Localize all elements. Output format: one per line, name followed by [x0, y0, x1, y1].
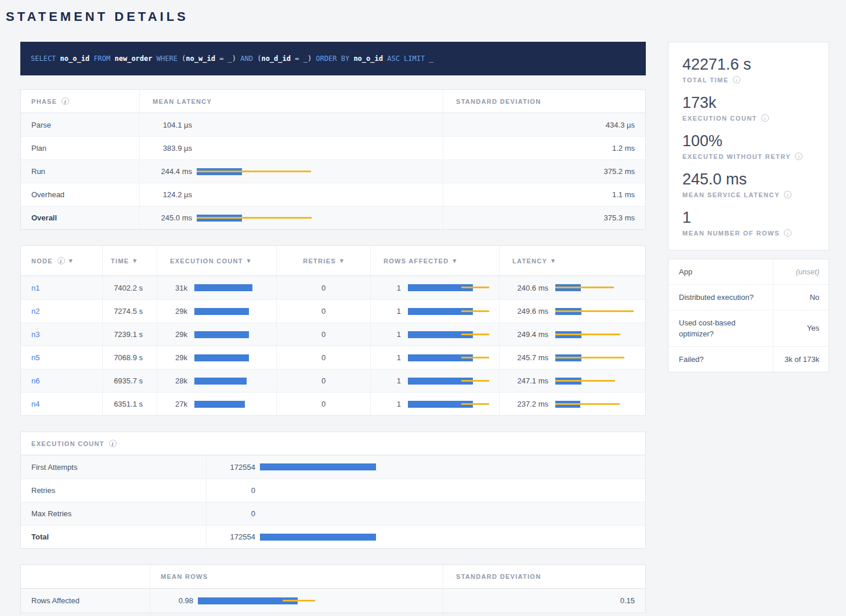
- stddev-whisker: [461, 334, 489, 335]
- retries-cell: 0: [277, 346, 371, 369]
- latency-cell: 247.1 ms: [500, 369, 645, 392]
- summary-stat: 100%EXECUTED WITHOUT RETRYi: [682, 132, 815, 160]
- node-link[interactable]: n1: [31, 284, 39, 292]
- latency-value: 249.4 ms: [507, 330, 548, 339]
- mean-bar: [194, 284, 252, 291]
- summary-stat: 42271.6 sTOTAL TIMEi: [682, 55, 815, 84]
- rows-affected-header-label: ROWS AFFECTED: [384, 258, 449, 264]
- latency-value: 240.6 ms: [507, 284, 548, 292]
- phase-cell: Parse: [21, 113, 140, 136]
- stat-label-text: EXECUTION COUNT: [682, 115, 757, 122]
- mean-latency-cell: 244.4 ms: [140, 160, 443, 183]
- rows-affected-cell: 1: [371, 300, 500, 323]
- node-link[interactable]: n3: [31, 330, 39, 339]
- execution-count-row-bar: [260, 502, 645, 525]
- rows-affected-column-header[interactable]: ROWS AFFECTED ▾: [371, 246, 500, 276]
- mean-latency-cell: 245.0 ms: [140, 206, 443, 229]
- stddev-value: 1.1 ms: [612, 190, 635, 199]
- stat-value: 100%: [682, 132, 815, 151]
- node-cell: n4: [21, 393, 103, 415]
- sql-token: ASC LIMIT: [387, 55, 429, 63]
- stddev-whisker: [555, 403, 620, 405]
- time-value: 7068.9 s: [114, 353, 143, 362]
- rows-affected-value: 1: [378, 307, 401, 316]
- retries-column-header[interactable]: RETRIES ▾: [277, 246, 371, 276]
- stddev-header-label: STANDARD DEVIATION: [456, 573, 541, 580]
- stat-label: MEAN NUMBER OF ROWSi: [682, 229, 815, 237]
- mean-latency-header-label: MEAN LATENCY: [153, 98, 212, 105]
- execution-count-column-header[interactable]: EXECUTION COUNT ▾: [157, 246, 277, 276]
- sql-token: FROM: [93, 55, 114, 63]
- node-column-header[interactable]: NODE i ▾: [21, 246, 103, 276]
- execution-count-row: Max Retries0: [21, 502, 645, 525]
- page-layout: SELECT no_o_id FROM new_order WHERE (no_…: [20, 42, 846, 616]
- stat-label: TOTAL TIMEi: [682, 76, 815, 84]
- node-link[interactable]: n5: [31, 353, 39, 362]
- retries-value: 0: [321, 284, 326, 292]
- info-icon[interactable]: i: [62, 97, 69, 105]
- retries-cell: 0: [277, 393, 371, 415]
- attribute-label: App: [668, 259, 773, 284]
- info-icon[interactable]: i: [733, 76, 740, 84]
- sql-token: = _): [215, 55, 240, 63]
- phase-row: Overall245.0 ms375.3 ms: [21, 206, 645, 229]
- rows-affected-cell: 1: [371, 393, 500, 415]
- stddev-whisker: [555, 380, 615, 382]
- stddev-whisker: [197, 171, 311, 172]
- info-icon[interactable]: i: [784, 229, 791, 237]
- sql-token: new_order: [115, 55, 157, 63]
- info-icon[interactable]: i: [109, 440, 117, 447]
- execution-count-value-cell: 0: [207, 502, 645, 525]
- sort-arrow-icon[interactable]: ▾: [551, 257, 555, 264]
- stat-label-text: EXECUTED WITHOUT RETRY: [682, 153, 791, 160]
- latency-cell: 240.6 ms: [500, 276, 645, 299]
- time-value: 6351.1 s: [114, 400, 143, 408]
- stddev-whisker: [461, 287, 489, 288]
- rows-affected-value: 1: [378, 376, 401, 385]
- stddev-whisker: [197, 217, 312, 219]
- sort-arrow-icon[interactable]: ▾: [247, 257, 251, 264]
- attribute-label: Used cost-based optimizer?: [668, 310, 773, 346]
- time-value: 6935.7 s: [114, 376, 143, 385]
- rows-affected-bar: [408, 300, 499, 323]
- info-icon[interactable]: i: [57, 257, 65, 264]
- sort-arrow-icon[interactable]: ▾: [340, 257, 344, 264]
- time-value: 7402.2 s: [114, 284, 143, 292]
- node-row: n66935.7 s28k01247.1 ms: [21, 369, 645, 392]
- rows-affected-bar: [408, 346, 499, 369]
- phase-table-body: Parse104.1 µs434.3 µsPlan383.9 µs1.2 msR…: [21, 113, 645, 229]
- mean-latency-cell: 383.9 µs: [140, 137, 443, 160]
- sort-arrow-icon[interactable]: ▾: [69, 257, 73, 264]
- node-link[interactable]: n4: [31, 400, 39, 408]
- summary-stat: 1MEAN NUMBER OF ROWSi: [682, 208, 815, 237]
- mean-bar: [194, 401, 245, 408]
- node-row: n27274.5 s29k01249.6 ms: [21, 299, 645, 323]
- execution-count-row-bar: [260, 479, 645, 502]
- info-icon[interactable]: i: [761, 114, 769, 122]
- statement-attributes-card: App(unset)Distributed execution?NoUsed c…: [668, 259, 829, 372]
- node-link[interactable]: n2: [31, 307, 39, 316]
- sql-token: no_w_id: [186, 55, 215, 63]
- sort-arrow-icon[interactable]: ▾: [453, 257, 457, 264]
- latency-column-header[interactable]: LATENCY ▾: [500, 246, 645, 276]
- node-link[interactable]: n6: [31, 376, 39, 385]
- rows-affected-row: Rows Affected0.980.15: [21, 589, 645, 613]
- mean-latency-cell: 104.1 µs: [140, 113, 443, 136]
- latency-value: 247.1 ms: [507, 376, 548, 385]
- retries-cell: 0: [277, 369, 371, 392]
- mean-latency-value: 124.2 µs: [153, 190, 192, 199]
- info-icon[interactable]: i: [795, 153, 802, 160]
- latency-bar: [555, 323, 645, 346]
- stddev-cell: 375.2 ms: [443, 160, 645, 183]
- execution-count-value: 31k: [164, 284, 187, 292]
- info-icon[interactable]: i: [784, 191, 791, 198]
- attribute-row: Distributed execution?No: [668, 284, 829, 310]
- latency-value: 245.7 ms: [507, 353, 548, 362]
- sort-arrow-icon[interactable]: ▾: [133, 257, 137, 264]
- mean-latency-value: 244.4 ms: [153, 167, 192, 176]
- time-column-header[interactable]: TIME ▾: [103, 246, 157, 276]
- execution-count-row-label: Retries: [31, 486, 55, 495]
- stddev-value: 0.15: [620, 596, 635, 605]
- stat-value: 42271.6 s: [682, 55, 815, 74]
- latency-cell: 237.2 ms: [500, 393, 645, 415]
